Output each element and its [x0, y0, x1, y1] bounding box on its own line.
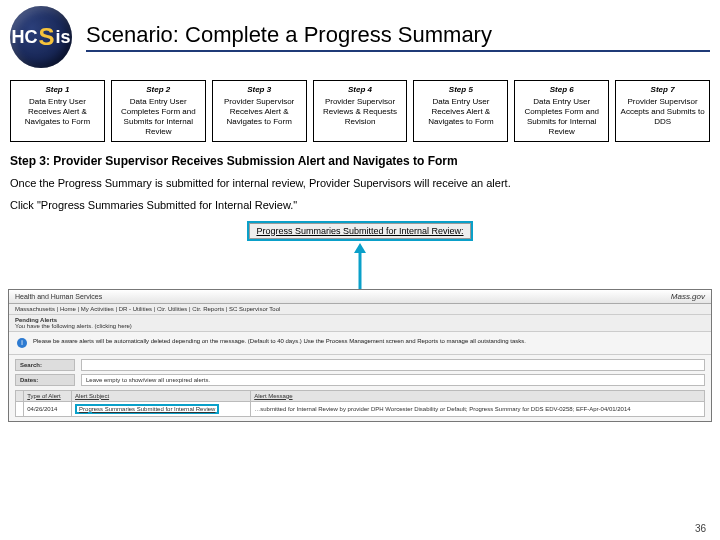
- shot-app-name: Health and Human Services: [15, 293, 102, 300]
- step-1-num: Step 1: [13, 85, 102, 95]
- col-type: Type of Alert: [24, 390, 72, 401]
- step-strip: Step 1 Data Entry User Receives Alert & …: [0, 70, 720, 148]
- step-7-text: Provider Supervisor Accepts and Submits …: [621, 97, 705, 126]
- shot-dates-label: Dates:: [15, 374, 75, 386]
- progress-summaries-link-callout[interactable]: Progress Summaries Submitted for Interna…: [249, 223, 470, 239]
- step-7-num: Step 7: [618, 85, 707, 95]
- logo-part-is: is: [56, 27, 71, 48]
- shot-info-note: i Please be aware alerts will be automat…: [9, 332, 711, 355]
- col-subject: Alert Subject: [72, 390, 251, 401]
- step-5-num: Step 5: [416, 85, 505, 95]
- slide-header: HC S is Scenario: Complete a Progress Su…: [0, 0, 720, 70]
- shot-note-text: Please be aware alerts will be automatic…: [33, 338, 526, 344]
- col-message: Alert Message: [251, 390, 705, 401]
- step-4-text: Provider Supervisor Reviews & Requests R…: [323, 97, 397, 126]
- progress-summaries-link[interactable]: Progress Summaries Submitted for Interna…: [75, 404, 219, 414]
- step-3: Step 3 Provider Supervisor Receives Aler…: [212, 80, 307, 142]
- page-title: Scenario: Complete a Progress Summary: [86, 22, 710, 52]
- table-row: 04/26/2014 Progress Summaries Submitted …: [16, 401, 705, 416]
- table-header-row: Type of Alert Alert Subject Alert Messag…: [16, 390, 705, 401]
- step-3-text: Provider Supervisor Receives Alert & Nav…: [224, 97, 294, 126]
- step-7: Step 7 Provider Supervisor Accepts and S…: [615, 80, 710, 142]
- logo-part-hc: HC: [11, 27, 37, 48]
- col-blank: [16, 390, 24, 401]
- step-2: Step 2 Data Entry User Completes Form an…: [111, 80, 206, 142]
- cell-message: …submitted for Internal Review by provid…: [251, 401, 705, 416]
- cell-date: 04/26/2014: [24, 401, 72, 416]
- shot-dates-input[interactable]: Leave empty to show/view all unexpired a…: [81, 374, 705, 386]
- cell-subject: Progress Summaries Submitted for Interna…: [72, 401, 251, 416]
- callout-highlight-box: Progress Summaries Submitted for Interna…: [247, 221, 472, 241]
- step-2-text: Data Entry User Completes Form and Submi…: [121, 97, 196, 136]
- step-1: Step 1 Data Entry User Receives Alert & …: [10, 80, 105, 142]
- step-4-num: Step 4: [316, 85, 405, 95]
- step-4: Step 4 Provider Supervisor Reviews & Req…: [313, 80, 408, 142]
- step-1-text: Data Entry User Receives Alert & Navigat…: [25, 97, 90, 126]
- shot-titlebar: Health and Human Services Mass.gov: [9, 290, 711, 304]
- paragraph-2: Click "Progress Summaries Submitted for …: [0, 194, 720, 216]
- shot-pending-alerts: Pending Alerts You have the following al…: [9, 315, 711, 332]
- paragraph-1: Once the Progress Summary is submitted f…: [0, 172, 720, 194]
- step-2-num: Step 2: [114, 85, 203, 95]
- step-6-num: Step 6: [517, 85, 606, 95]
- cell-blank: [16, 401, 24, 416]
- step-5: Step 5 Data Entry User Receives Alert & …: [413, 80, 508, 142]
- svg-marker-1: [354, 243, 366, 253]
- shot-search-label: Search:: [15, 359, 75, 371]
- shot-search-input[interactable]: [81, 359, 705, 371]
- shot-breadcrumb: Massachusetts | Home | My Activities | D…: [9, 304, 711, 315]
- shot-brand: Mass.gov: [671, 292, 705, 301]
- section-heading: Step 3: Provider Supervisor Receives Sub…: [0, 148, 720, 172]
- logo-part-s: S: [38, 23, 54, 51]
- step-6: Step 6 Data Entry User Completes Form an…: [514, 80, 609, 142]
- embedded-screenshot: Health and Human Services Mass.gov Massa…: [8, 289, 712, 422]
- arrow-up-icon: [350, 243, 370, 289]
- shot-alerts-table: Type of Alert Alert Subject Alert Messag…: [15, 390, 705, 417]
- step-5-text: Data Entry User Receives Alert & Navigat…: [428, 97, 493, 126]
- shot-filter-blocks: Search: Dates: Leave empty to show/view …: [9, 355, 711, 421]
- step-6-text: Data Entry User Completes Form and Submi…: [524, 97, 599, 136]
- step-3-num: Step 3: [215, 85, 304, 95]
- page-number: 36: [695, 523, 706, 534]
- info-icon: i: [17, 338, 27, 348]
- shot-pending-sub: You have the following alerts. (clicking…: [15, 323, 132, 329]
- callout-arrow: [0, 243, 720, 289]
- hcsis-logo: HC S is: [10, 6, 72, 68]
